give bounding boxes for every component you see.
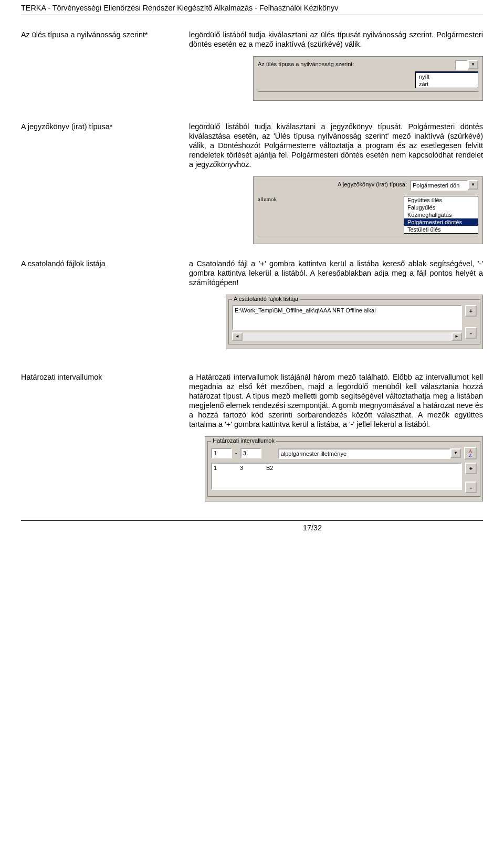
ui-jegyzokonyv-label: A jegyzőkönyv (irat) típusa: <box>338 181 407 189</box>
chevron-down-icon[interactable]: ▼ <box>450 448 461 458</box>
ui-jegyzokonyv-panel: A jegyzőkönyv (irat) típusa: ▼ allumok E… <box>253 176 483 244</box>
term-ules-tipusa: Az ülés típusa a nyilvánosság szerint* <box>21 30 178 39</box>
ui-jegyzokonyv-dropdown[interactable]: Együttes ülés Falugyűlés Közmeghallgatás… <box>404 196 478 234</box>
page-footer: 17/32 <box>21 520 483 532</box>
ui-hatarozati-panel: Határozati intervallumok - ▼ AZ <box>205 436 483 501</box>
term-hatarozati: Határozati intervallumok <box>21 372 178 382</box>
scroll-left-icon[interactable]: ◄ <box>232 332 243 341</box>
add-interval-button[interactable]: + <box>465 463 477 474</box>
dropdown-option-zart[interactable]: zárt <box>416 80 478 88</box>
sort-toggle-button[interactable]: AZ <box>464 447 477 459</box>
ui-ules-tipusa-panel: Az ülés típusa a nyilvánosság szerint: ▼… <box>253 56 483 101</box>
ui-ules-label: Az ülés típusa a nyilvánosság szerint: <box>258 61 354 68</box>
cell-code: B2 <box>266 465 273 471</box>
dropdown-option[interactable]: Együttes ülés <box>404 196 478 204</box>
ui-fragment-text: allumok <box>258 196 404 234</box>
cell-to: 3 <box>240 465 266 471</box>
dropdown-option[interactable]: Testületi ülés <box>404 226 478 233</box>
ui-jegyzokonyv-combo-input[interactable] <box>410 180 468 191</box>
chevron-down-icon[interactable]: ▼ <box>468 180 478 190</box>
dropdown-option-nyilt[interactable]: nyílt <box>416 73 478 80</box>
dash-label: - <box>235 449 237 457</box>
ui-hatarozati-legend: Határozati intervallumok <box>211 437 276 444</box>
cell-from: 1 <box>214 465 240 471</box>
ui-hatarozati-groupbox: Határozati intervallumok - ▼ AZ <box>207 441 480 497</box>
ui-hatarozat-type-input[interactable] <box>278 448 450 459</box>
table-row[interactable]: 1 3 B2 <box>214 465 459 471</box>
page-header: TERKA - Törvényességi Ellenőrzési Rendsz… <box>21 0 483 15</box>
scrollbar-horizontal[interactable]: ◄ ► <box>232 332 462 341</box>
desc-ules-tipusa: legördülő listából tudja kiválasztani az… <box>189 30 483 49</box>
ui-ules-combo-input[interactable] <box>455 60 468 70</box>
page-number: 17/32 <box>303 523 322 532</box>
ui-file-listbox[interactable]: E:\Work_Temp\BM_Offline_alk\q\AAA NRT Of… <box>232 305 462 330</box>
dropdown-option[interactable]: Falugyűlés <box>404 204 478 211</box>
ui-csatolando-groupbox: A csatolandó fájlok listája E:\Work_Temp… <box>228 299 480 344</box>
desc-hatarozati: a Határozati intervallumok listájánál há… <box>189 372 483 429</box>
ui-interval-listbox[interactable]: 1 3 B2 <box>211 463 462 490</box>
term-csatolando: A csatolandó fájlok listája <box>21 259 178 268</box>
ui-csatolando-legend: A csatolandó fájlok listája <box>232 296 300 302</box>
add-file-button[interactable]: + <box>465 305 477 317</box>
interval-to-input[interactable] <box>240 448 261 458</box>
interval-from-input[interactable] <box>211 448 232 458</box>
dropdown-option-selected[interactable]: Polgármesteri döntés <box>404 218 478 226</box>
ui-ules-combo[interactable]: ▼ <box>455 60 478 69</box>
chevron-down-icon[interactable]: ▼ <box>468 60 478 69</box>
ui-csatolando-panel: A csatolandó fájlok listája E:\Work_Temp… <box>226 295 483 349</box>
term-jegyzokonyv: A jegyzőkönyv (irat) típusa* <box>21 122 178 131</box>
desc-csatolando: a Csatolandó fájl a '+' gombra kattintva… <box>189 259 483 287</box>
desc-jegyzokonyv: legördülő listából tudja kiválasztani a … <box>189 122 483 169</box>
scroll-track[interactable] <box>243 332 452 341</box>
dropdown-option[interactable]: Közmeghallgatás <box>404 211 478 218</box>
remove-interval-button[interactable]: - <box>465 482 477 493</box>
ui-hatarozat-type-combo[interactable]: ▼ <box>278 448 461 458</box>
ui-jegyzokonyv-combo[interactable]: ▼ <box>410 180 478 190</box>
ui-ules-dropdown[interactable]: nyílt zárt <box>415 71 478 88</box>
list-item[interactable]: E:\Work_Temp\BM_Offline_alk\q\AAA NRT Of… <box>235 307 459 313</box>
remove-file-button[interactable]: - <box>465 327 477 339</box>
scroll-right-icon[interactable]: ► <box>452 332 462 341</box>
